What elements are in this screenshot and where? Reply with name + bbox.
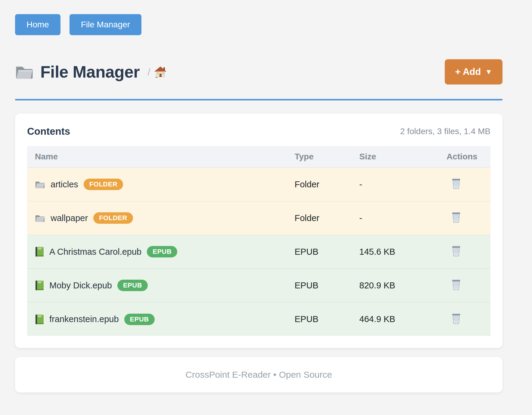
add-button-label: + Add (455, 66, 481, 77)
book-icon (35, 314, 44, 324)
chevron-down-icon: ▼ (485, 68, 492, 76)
book-icon (35, 247, 44, 257)
item-name[interactable]: wallpaper (51, 213, 88, 223)
column-header-name: Name (27, 146, 287, 168)
folder-icon (35, 180, 45, 189)
table-row: articles FOLDER Folder - (27, 168, 490, 201)
column-header-actions: Actions (439, 146, 490, 168)
file-manager-button[interactable]: File Manager (70, 14, 141, 35)
home-button[interactable]: Home (15, 14, 60, 35)
file-table: Name Type Size Actions articles FOLDER F… (27, 146, 490, 336)
table-row: frankenstein.epub EPUB EPUB 464.9 KB (27, 302, 490, 336)
delete-button[interactable] (451, 244, 462, 258)
footer-text: CrossPoint E-Reader • Open Source (185, 370, 332, 380)
delete-button[interactable] (451, 278, 462, 292)
item-name[interactable]: frankenstein.epub (49, 314, 119, 324)
page-header: File Manager / + Add ▼ (15, 59, 503, 85)
item-type: Folder (287, 201, 351, 235)
table-header-row: Name Type Size Actions (27, 146, 490, 168)
column-header-type: Type (287, 146, 351, 168)
footer: CrossPoint E-Reader • Open Source (15, 357, 503, 392)
contents-summary: 2 folders, 3 files, 1.4 MB (400, 127, 490, 136)
item-size: - (351, 201, 439, 235)
contents-card: Contents 2 folders, 3 files, 1.4 MB Name… (15, 114, 503, 348)
add-button[interactable]: + Add ▼ (445, 59, 503, 85)
page-title-group: File Manager / (15, 62, 167, 81)
table-row: Moby Dick.epub EPUB EPUB 820.9 KB (27, 269, 490, 302)
book-icon (35, 280, 44, 290)
table-row: A Christmas Carol.epub EPUB EPUB 145.6 K… (27, 235, 490, 269)
trash-icon (451, 178, 461, 189)
trash-icon (451, 279, 461, 290)
folder-badge: FOLDER (93, 212, 133, 224)
item-name[interactable]: A Christmas Carol.epub (49, 247, 141, 257)
item-size: - (351, 168, 439, 201)
column-header-size: Size (351, 146, 439, 168)
page-title: File Manager (40, 62, 140, 81)
table-row: wallpaper FOLDER Folder - (27, 201, 490, 235)
item-type: Folder (287, 168, 351, 201)
epub-badge: EPUB (124, 314, 155, 325)
epub-badge: EPUB (117, 280, 148, 291)
page-container: Home File Manager File Manager / + Add ▼… (15, 0, 503, 392)
item-type: EPUB (287, 302, 351, 336)
item-type: EPUB (287, 235, 351, 269)
item-size: 820.9 KB (351, 269, 439, 302)
folder-badge: FOLDER (84, 179, 123, 190)
trash-icon (451, 245, 461, 257)
epub-badge: EPUB (147, 246, 177, 257)
folder-icon (15, 64, 34, 80)
top-navigation: Home File Manager (15, 0, 503, 35)
delete-button[interactable] (451, 177, 462, 191)
item-type: EPUB (287, 269, 351, 302)
delete-button[interactable] (451, 312, 462, 326)
breadcrumb: / (147, 66, 166, 78)
item-name[interactable]: Moby Dick.epub (49, 281, 112, 290)
contents-title: Contents (27, 126, 70, 137)
breadcrumb-separator: / (147, 66, 150, 78)
delete-button[interactable] (451, 211, 462, 225)
house-icon[interactable] (154, 66, 167, 78)
trash-icon (451, 313, 461, 324)
item-name[interactable]: articles (51, 180, 78, 189)
header-divider (15, 99, 503, 100)
contents-card-header: Contents 2 folders, 3 files, 1.4 MB (27, 126, 490, 137)
item-size: 145.6 KB (351, 235, 439, 269)
item-size: 464.9 KB (351, 302, 439, 336)
folder-icon (35, 214, 45, 223)
trash-icon (451, 211, 461, 223)
